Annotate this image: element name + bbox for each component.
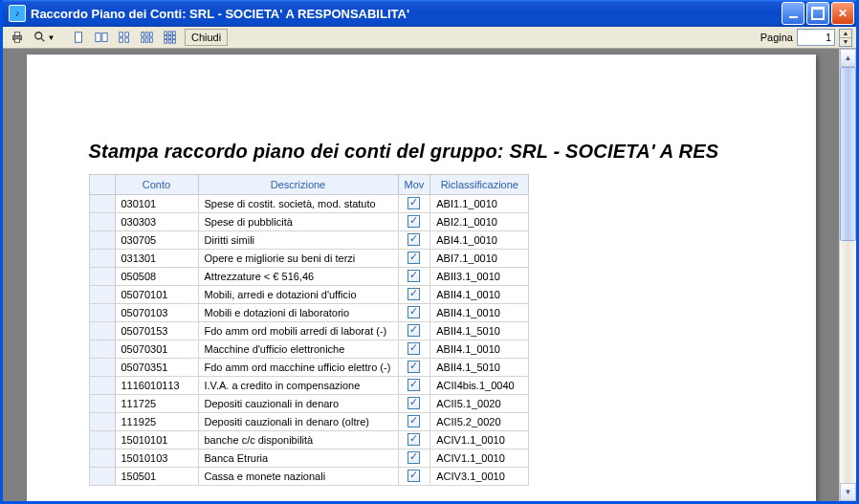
cell-mov: [398, 231, 430, 250]
table-row: 111725Depositi cauzionali in denaroACII5…: [89, 395, 529, 413]
cell-descrizione: Depositi cauzionali in denaro: [198, 395, 398, 413]
table-header-riclass: Riclassificazione: [430, 175, 529, 195]
cell-mov: [398, 449, 430, 468]
cell-descrizione: Macchine d'ufficio elettroniche: [198, 340, 398, 359]
svg-rect-17: [150, 38, 153, 42]
page-layout-3-icon[interactable]: [114, 28, 135, 47]
svg-point-3: [34, 33, 41, 39]
table-row-stub: [89, 250, 115, 268]
cell-descrizione: Diritti simili: [198, 231, 398, 250]
svg-rect-21: [165, 35, 167, 39]
table-row: 030101Spese di costit. società, mod. sta…: [89, 195, 529, 213]
cell-conto: 05070301: [115, 340, 198, 359]
page-spinner[interactable]: ▲ ▼: [839, 29, 852, 47]
table-row: 030303Spese di pubblicitàABI2.1_0010: [89, 213, 529, 231]
table-row: 05070101Mobili, arredi e dotazioni d'uff…: [89, 286, 529, 304]
close-window-button[interactable]: [831, 2, 854, 25]
page-spin-up-icon[interactable]: ▲: [840, 30, 851, 38]
table-row: 030705Diritti similiABI4.1_0010: [89, 231, 529, 250]
cell-riclass: ABII3.1_0010: [430, 268, 529, 286]
page-layout-5-icon[interactable]: [160, 28, 181, 47]
svg-rect-11: [125, 38, 129, 42]
svg-rect-2: [14, 39, 19, 43]
titlebar: ♪ Raccordo Piano dei Conti: SRL - SOCIET…: [3, 0, 856, 27]
table-row-stub: [89, 377, 115, 395]
cell-riclass: ACII4bis.1_0040: [430, 377, 529, 395]
checkmark-icon: [407, 197, 420, 209]
table-row-stub: [89, 413, 115, 431]
cell-descrizione: Mobili e dotazioni di laboratorio: [198, 304, 398, 322]
report-title: Stampa raccordo piano dei conti del grup…: [89, 141, 754, 163]
cell-descrizione: I.V.A. a credito in compensazione: [198, 377, 398, 395]
table-row-stub: [89, 286, 115, 304]
cell-conto: 111925: [115, 413, 198, 431]
cell-conto: 031301: [115, 250, 198, 268]
page-layout-2-icon[interactable]: [91, 28, 112, 47]
cell-riclass: ABII4.1_5010: [430, 322, 529, 340]
cell-riclass: ABI4.1_0010: [430, 231, 529, 250]
svg-line-4: [40, 38, 44, 42]
cell-conto: 15010101: [115, 431, 198, 449]
cell-mov: [398, 377, 430, 395]
cell-descrizione: Cassa e monete nazionali: [198, 468, 398, 486]
scroll-down-icon[interactable]: ▼: [840, 483, 856, 501]
checkmark-icon: [407, 379, 420, 391]
svg-rect-9: [125, 33, 129, 36]
svg-rect-25: [168, 40, 171, 44]
svg-rect-14: [150, 33, 153, 36]
checkmark-icon: [407, 215, 420, 228]
table-row-stub: [89, 340, 115, 359]
checkmark-icon: [407, 233, 420, 246]
table-row: 031301Opere e migliorie su beni di terzi…: [89, 250, 529, 268]
table-row-stub: [89, 359, 115, 377]
cell-conto: 05070103: [115, 304, 198, 322]
print-icon[interactable]: [7, 28, 28, 47]
scroll-up-icon[interactable]: ▲: [840, 49, 856, 67]
scroll-thumb[interactable]: [840, 67, 856, 241]
window-title: Raccordo Piano dei Conti: SRL - SOCIETA'…: [31, 7, 780, 21]
checkmark-icon: [407, 324, 420, 337]
checkmark-icon: [407, 288, 420, 300]
vertical-scrollbar[interactable]: ▲ ▼: [839, 49, 856, 501]
report-table: Conto Descrizione Mov Riclassificazione …: [89, 174, 530, 486]
cell-riclass: ACII5.1_0020: [430, 395, 529, 413]
page-spin-down-icon[interactable]: ▼: [840, 38, 851, 46]
pagina-label: Pagina: [760, 32, 793, 43]
cell-mov: [398, 213, 430, 231]
svg-rect-19: [168, 32, 171, 35]
cell-descrizione: Mobili, arredi e dotazioni d'ufficio: [198, 286, 398, 304]
page-layout-4-icon[interactable]: [137, 28, 158, 47]
cell-descrizione: Depositi cauzionali in denaro (oltre): [198, 413, 398, 431]
cell-mov: [398, 286, 430, 304]
checkmark-icon: [407, 270, 420, 282]
table-row: 15010101banche c/c disponibilitàACIV1.1_…: [89, 431, 529, 449]
svg-rect-24: [165, 40, 167, 44]
maximize-button[interactable]: [806, 2, 829, 25]
page-layout-1-icon[interactable]: [68, 28, 89, 47]
checkmark-icon: [407, 306, 420, 318]
table-header-stub: [89, 175, 115, 195]
close-preview-button[interactable]: Chiudi: [185, 29, 228, 46]
page-number-input[interactable]: [797, 29, 835, 46]
table-row: 05070301Macchine d'ufficio elettronicheA…: [89, 340, 529, 359]
toolbar: ▼ Chiudi Pagina ▲ ▼: [3, 27, 856, 49]
svg-rect-6: [96, 33, 100, 42]
table-row: 050508Attrezzature < € 516,46ABII3.1_001…: [89, 268, 529, 286]
cell-riclass: ABI7.1_0010: [430, 250, 529, 268]
scroll-track[interactable]: [840, 67, 856, 483]
table-header-descrizione: Descrizione: [198, 175, 398, 195]
table-row-stub: [89, 431, 115, 449]
cell-riclass: ABII4.1_0010: [430, 286, 529, 304]
window-buttons: [780, 2, 854, 25]
checkmark-icon: [407, 433, 420, 446]
cell-conto: 050508: [115, 268, 198, 286]
svg-rect-13: [145, 33, 148, 36]
cell-riclass: ABI1.1_0010: [430, 195, 529, 213]
table-row-stub: [89, 449, 115, 468]
cell-mov: [398, 413, 430, 431]
zoom-icon[interactable]: ▼: [30, 28, 58, 47]
svg-rect-8: [120, 33, 123, 36]
svg-rect-5: [76, 33, 82, 43]
cell-riclass: ABII4.1_5010: [430, 359, 529, 377]
minimize-button[interactable]: [782, 2, 804, 25]
